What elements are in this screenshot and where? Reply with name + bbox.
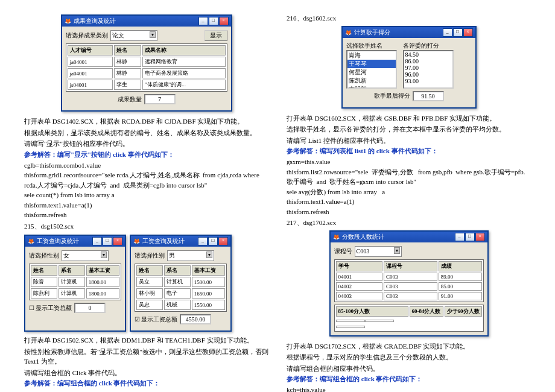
maximize-button[interactable]: □ [453,28,463,37]
description-text: 打开表单 DSG1402.SCX，根据表 RCDA.DBF 和 CJDA.DBF… [24,116,268,127]
final-label: 歌手最后得分 [374,92,410,100]
window-title: 工资查询及统计 [142,237,185,245]
close-button[interactable]: × [113,237,122,245]
combo-label: 请选择成果类别 [66,31,108,40]
answer-heading: 参考解答：编写列表框 list1 的 click 事件代码如下： [287,147,531,156]
final-value: 91.50 [413,91,444,101]
score-listbox[interactable]: 84.50 86.00 97.00 96.00 93.00 [403,50,454,89]
list2-label: 各评委的打分 [403,42,454,50]
maximize-button[interactable]: □ [209,17,218,25]
show-button[interactable]: 显示 [205,30,227,41]
exercise-marker: 217、dsg1702.scx [287,218,531,228]
minimize-button[interactable]: _ [455,233,465,241]
description-text: 选择歌手姓名，显示各评委的打分，并在文本框中显示各评委的平均分数。 [287,124,531,134]
dialog-singer: 🦊 计算歌手得分 _□× 选择歌手姓名 肖海 王琴琴 何星河 陈凯新 李明朗 孙… [341,26,477,109]
singer-listbox[interactable]: 肖海 王琴琴 何星河 陈凯新 李明朗 孙启民 [346,50,397,89]
course-combo[interactable]: C003 [355,246,402,257]
seg1-value [336,320,365,322]
gender-combo[interactable]: 男 [167,250,214,261]
maximize-button[interactable]: □ [208,237,218,245]
titlebar[interactable]: 🦊 成果查询及统计 _ □ × [62,16,231,27]
close-button[interactable]: × [475,233,485,241]
description-text: 请编写组合框的相应事件代码。 [287,364,531,374]
exercise-marker: 215、dsg1502.scx [24,221,268,232]
list1-label: 选择歌手姓名 [346,42,397,50]
close-button[interactable]: × [463,28,473,37]
answer-heading: 参考解答：编写"显示"按钮的 click 事件代码如下： [24,150,268,159]
total-checkbox[interactable]: ☐ 显示工资总额 [29,304,72,312]
minimize-button[interactable]: _ [198,237,208,245]
gender-combo[interactable]: 女 [62,250,109,261]
dialog-achievement: 🦊 成果查询及统计 _ □ × 请选择成果类别 论文 显示 人才编号姓名成果名称… [61,14,232,112]
description-text: 按性别检索教师信息。若"显示工资总额"被选中，则显示这些教师的工资总额，否则 T… [24,347,268,367]
window-title: 工资查询及统计 [37,237,79,245]
description-text: 打开表单 DSG1602.SCX，根据表 GSB.DBF 和 PFB.DBF 实… [287,113,531,124]
segment-grid: 85-100分人数60-84分人数少于60分人数 [334,305,484,332]
salary-grid[interactable]: 姓名系名基本工资 陈音计算机1800.00 陈燕利计算机1800.00 [29,264,121,300]
code-block: cglb=thisform.combo1.value thisform.grid… [24,160,268,220]
app-icon: 🦊 [28,238,34,244]
close-button[interactable]: × [218,237,228,245]
description-text: 打开表单 DSG1502.SCX，根据表 DDM1.DBF 和 TEACH1.D… [24,335,268,346]
close-button[interactable]: × [219,17,229,25]
window-title: 成果查询及统计 [74,17,116,25]
count-label: 成果数量 [118,95,142,104]
app-icon: 🦊 [133,238,140,244]
window-title: 分数段人数统计 [342,233,384,241]
category-combo[interactable]: 论文 [110,30,157,41]
dialog-salary-b: 🦊 工资查询及统计 _□× 请选择性别男 姓名系名基本工资 吴立计算机1500.… [130,235,232,332]
answer-heading: 参考解答：编写组合框的 click 事件代码如下： [24,379,268,388]
titlebar[interactable]: 🦊 计算歌手得分 _□× [343,27,475,38]
titlebar[interactable]: 🦊 工资查询及统计 _□× [131,236,230,247]
minimize-button[interactable]: _ [92,237,102,245]
window-title: 计算歌手得分 [354,28,390,37]
titlebar[interactable]: 🦊 工资查询及统计 _□× [25,236,125,247]
salary-grid[interactable]: 姓名系名基本工资 吴立计算机1500.00 林小明电子1650.00 吴忠机械1… [135,264,227,312]
result-grid[interactable]: 人才编号姓名成果名称 ja04001林静远程网络教育 ja04001林静电子商务… [66,43,227,92]
description-text: 根据课程号，显示对应的学生信息及三个分数段的人数。 [287,352,531,362]
count-value: 7 [144,94,176,104]
maximize-button[interactable]: □ [103,237,112,245]
description-text: 请编写"显示"按钮的相应事件代码。 [24,139,268,149]
minimize-button[interactable]: _ [443,28,452,37]
titlebar[interactable]: 🦊 分数段人数统计 _□× [331,232,487,242]
exercise-marker: 216、dsg1602.scx [287,13,531,24]
description-text: 请编写组合框的 Click 事件代码。 [24,368,268,378]
description-text: 根据成果类别，显示该类成果拥有者的编号、姓名、成果名称及该类成果数量。 [24,128,268,138]
app-icon: 🦊 [65,18,71,24]
code-block: xb=this.value thisform.list1.rowsource="… [24,389,268,392]
total-checkbox[interactable]: ☑ 显示工资总额 [135,315,177,324]
seg2-value [365,320,394,322]
app-icon: 🦊 [333,234,340,240]
answer-heading: 参考解答：编写组合框的 click 事件代码如下： [287,375,531,384]
total-value: 4550.00 [180,314,211,324]
code-block: kch=this.value thisform.grid1.recordsour… [287,385,531,392]
total-value: 0 [74,303,106,313]
description-text: 请编写 List1 控件的相应事件代码。 [287,136,531,146]
grade-grid[interactable]: 学号课程号成绩 04001C00389.00 04002C00385.00 04… [334,259,484,302]
app-icon: 🦊 [345,30,352,36]
dialog-salary-a: 🦊 工资查询及统计 _□× 请选择性别女 姓名系名基本工资 陈音计算机1800.… [24,235,126,332]
minimize-button[interactable]: _ [198,17,208,25]
seg3-value [336,326,365,328]
description-text: 打开表单 DSG1702.SCX，根据表 GRADE.DBF 实现如下功能。 [287,341,531,352]
dialog-score-stat: 🦊 分数段人数统计 _□× 课程号C003 学号课程号成绩 04001C0038… [329,230,489,337]
maximize-button[interactable]: □ [465,233,475,241]
code-block: gsxm=this.value thisform.list2.rowsource… [287,157,531,217]
